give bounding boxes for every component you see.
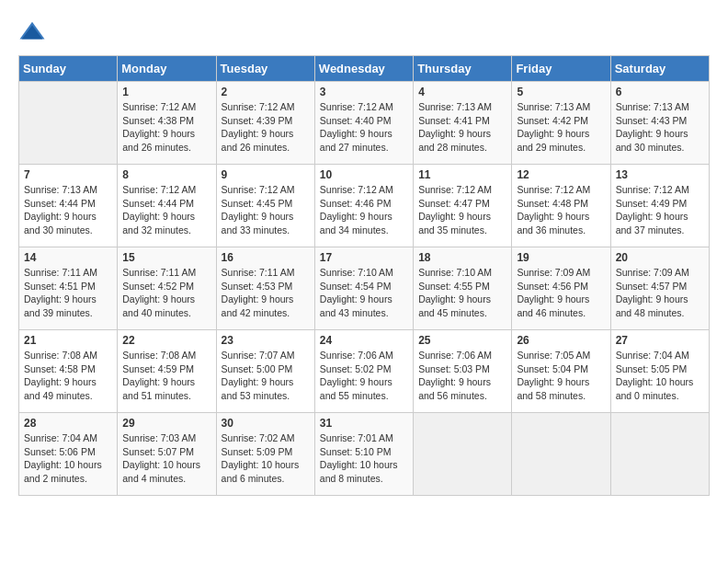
day-number: 26 bbox=[517, 334, 605, 347]
day-cell: 29Sunrise: 7:03 AM Sunset: 5:07 PM Dayli… bbox=[118, 413, 216, 496]
day-info: Sunrise: 7:05 AM Sunset: 5:04 PM Dayligh… bbox=[517, 349, 605, 403]
day-number: 22 bbox=[122, 334, 210, 347]
day-cell: 24Sunrise: 7:06 AM Sunset: 5:02 PM Dayli… bbox=[314, 330, 413, 413]
day-number: 13 bbox=[616, 168, 704, 181]
day-number: 11 bbox=[418, 168, 506, 181]
day-info: Sunrise: 7:12 AM Sunset: 4:45 PM Dayligh… bbox=[222, 183, 310, 237]
day-number: 7 bbox=[24, 168, 112, 181]
day-number: 10 bbox=[320, 168, 408, 181]
col-header-thursday: Thursday bbox=[414, 56, 512, 82]
day-number: 23 bbox=[222, 334, 310, 347]
day-info: Sunrise: 7:10 AM Sunset: 4:55 PM Dayligh… bbox=[418, 266, 506, 320]
day-cell: 30Sunrise: 7:02 AM Sunset: 5:09 PM Dayli… bbox=[216, 413, 314, 496]
day-number: 17 bbox=[320, 251, 408, 264]
day-cell: 26Sunrise: 7:05 AM Sunset: 5:04 PM Dayli… bbox=[512, 330, 610, 413]
day-cell: 15Sunrise: 7:11 AM Sunset: 4:52 PM Dayli… bbox=[118, 247, 216, 330]
day-cell: 1Sunrise: 7:12 AM Sunset: 4:38 PM Daylig… bbox=[118, 82, 216, 165]
day-number: 3 bbox=[320, 86, 408, 98]
day-info: Sunrise: 7:12 AM Sunset: 4:46 PM Dayligh… bbox=[320, 183, 408, 237]
day-number: 27 bbox=[616, 334, 704, 347]
day-info: Sunrise: 7:09 AM Sunset: 4:57 PM Dayligh… bbox=[616, 266, 704, 320]
day-number: 24 bbox=[320, 334, 408, 347]
calendar-table: SundayMondayTuesdayWednesdayThursdayFrid… bbox=[18, 55, 710, 496]
day-cell bbox=[19, 82, 118, 165]
day-number: 29 bbox=[122, 417, 210, 430]
week-row-2: 7Sunrise: 7:13 AM Sunset: 4:44 PM Daylig… bbox=[19, 165, 710, 247]
day-cell: 19Sunrise: 7:09 AM Sunset: 4:56 PM Dayli… bbox=[512, 247, 610, 330]
header-row: SundayMondayTuesdayWednesdayThursdayFrid… bbox=[19, 56, 710, 82]
day-cell: 23Sunrise: 7:07 AM Sunset: 5:00 PM Dayli… bbox=[216, 330, 314, 413]
day-info: Sunrise: 7:12 AM Sunset: 4:40 PM Dayligh… bbox=[320, 100, 408, 155]
day-cell: 7Sunrise: 7:13 AM Sunset: 4:44 PM Daylig… bbox=[19, 165, 118, 247]
logo bbox=[18, 18, 50, 46]
day-cell: 2Sunrise: 7:12 AM Sunset: 4:39 PM Daylig… bbox=[216, 82, 314, 165]
col-header-sunday: Sunday bbox=[19, 56, 118, 82]
page-header bbox=[18, 18, 710, 46]
day-number: 8 bbox=[122, 168, 210, 181]
day-number: 19 bbox=[517, 251, 605, 264]
day-number: 20 bbox=[616, 251, 704, 264]
col-header-friday: Friday bbox=[512, 56, 610, 82]
day-cell: 4Sunrise: 7:13 AM Sunset: 4:41 PM Daylig… bbox=[414, 82, 512, 165]
day-cell: 8Sunrise: 7:12 AM Sunset: 4:44 PM Daylig… bbox=[118, 165, 216, 247]
day-info: Sunrise: 7:11 AM Sunset: 4:51 PM Dayligh… bbox=[24, 266, 112, 320]
day-cell: 20Sunrise: 7:09 AM Sunset: 4:57 PM Dayli… bbox=[610, 247, 709, 330]
week-row-5: 28Sunrise: 7:04 AM Sunset: 5:06 PM Dayli… bbox=[19, 413, 710, 496]
day-info: Sunrise: 7:11 AM Sunset: 4:53 PM Dayligh… bbox=[222, 266, 310, 320]
logo-icon bbox=[18, 18, 46, 46]
day-cell bbox=[414, 413, 512, 496]
day-info: Sunrise: 7:02 AM Sunset: 5:09 PM Dayligh… bbox=[222, 431, 310, 486]
day-cell: 28Sunrise: 7:04 AM Sunset: 5:06 PM Dayli… bbox=[19, 413, 118, 496]
week-row-4: 21Sunrise: 7:08 AM Sunset: 4:58 PM Dayli… bbox=[19, 330, 710, 413]
day-number: 9 bbox=[222, 168, 310, 181]
day-cell bbox=[610, 413, 709, 496]
day-number: 16 bbox=[222, 251, 310, 264]
day-info: Sunrise: 7:06 AM Sunset: 5:02 PM Dayligh… bbox=[320, 349, 408, 403]
day-info: Sunrise: 7:07 AM Sunset: 5:00 PM Dayligh… bbox=[222, 349, 310, 403]
day-info: Sunrise: 7:06 AM Sunset: 5:03 PM Dayligh… bbox=[418, 349, 506, 403]
day-number: 5 bbox=[517, 86, 605, 98]
day-info: Sunrise: 7:13 AM Sunset: 4:43 PM Dayligh… bbox=[616, 100, 704, 155]
col-header-wednesday: Wednesday bbox=[314, 56, 413, 82]
day-info: Sunrise: 7:12 AM Sunset: 4:44 PM Dayligh… bbox=[122, 183, 210, 237]
day-info: Sunrise: 7:11 AM Sunset: 4:52 PM Dayligh… bbox=[122, 266, 210, 320]
day-cell: 13Sunrise: 7:12 AM Sunset: 4:49 PM Dayli… bbox=[610, 165, 709, 247]
day-cell: 11Sunrise: 7:12 AM Sunset: 4:47 PM Dayli… bbox=[414, 165, 512, 247]
day-info: Sunrise: 7:08 AM Sunset: 4:58 PM Dayligh… bbox=[24, 349, 112, 403]
day-cell: 31Sunrise: 7:01 AM Sunset: 5:10 PM Dayli… bbox=[314, 413, 413, 496]
day-info: Sunrise: 7:04 AM Sunset: 5:05 PM Dayligh… bbox=[616, 349, 704, 403]
day-number: 1 bbox=[122, 86, 210, 98]
day-cell: 6Sunrise: 7:13 AM Sunset: 4:43 PM Daylig… bbox=[610, 82, 709, 165]
day-number: 31 bbox=[320, 417, 408, 430]
day-cell: 22Sunrise: 7:08 AM Sunset: 4:59 PM Dayli… bbox=[118, 330, 216, 413]
day-info: Sunrise: 7:03 AM Sunset: 5:07 PM Dayligh… bbox=[122, 431, 210, 486]
day-cell: 9Sunrise: 7:12 AM Sunset: 4:45 PM Daylig… bbox=[216, 165, 314, 247]
day-number: 6 bbox=[616, 86, 704, 98]
col-header-saturday: Saturday bbox=[610, 56, 709, 82]
day-number: 15 bbox=[122, 251, 210, 264]
day-info: Sunrise: 7:04 AM Sunset: 5:06 PM Dayligh… bbox=[24, 431, 112, 486]
day-cell: 25Sunrise: 7:06 AM Sunset: 5:03 PM Dayli… bbox=[414, 330, 512, 413]
day-number: 2 bbox=[222, 86, 310, 98]
day-cell: 16Sunrise: 7:11 AM Sunset: 4:53 PM Dayli… bbox=[216, 247, 314, 330]
week-row-1: 1Sunrise: 7:12 AM Sunset: 4:38 PM Daylig… bbox=[19, 82, 710, 165]
day-number: 14 bbox=[24, 251, 112, 264]
day-cell bbox=[512, 413, 610, 496]
day-cell: 18Sunrise: 7:10 AM Sunset: 4:55 PM Dayli… bbox=[414, 247, 512, 330]
day-number: 21 bbox=[24, 334, 112, 347]
day-info: Sunrise: 7:13 AM Sunset: 4:44 PM Dayligh… bbox=[24, 183, 112, 237]
day-cell: 21Sunrise: 7:08 AM Sunset: 4:58 PM Dayli… bbox=[19, 330, 118, 413]
week-row-3: 14Sunrise: 7:11 AM Sunset: 4:51 PM Dayli… bbox=[19, 247, 710, 330]
day-number: 12 bbox=[517, 168, 605, 181]
day-info: Sunrise: 7:12 AM Sunset: 4:48 PM Dayligh… bbox=[517, 183, 605, 237]
day-info: Sunrise: 7:09 AM Sunset: 4:56 PM Dayligh… bbox=[517, 266, 605, 320]
day-number: 18 bbox=[418, 251, 506, 264]
day-info: Sunrise: 7:10 AM Sunset: 4:54 PM Dayligh… bbox=[320, 266, 408, 320]
day-info: Sunrise: 7:12 AM Sunset: 4:49 PM Dayligh… bbox=[616, 183, 704, 237]
day-number: 28 bbox=[24, 417, 112, 430]
day-info: Sunrise: 7:08 AM Sunset: 4:59 PM Dayligh… bbox=[122, 349, 210, 403]
day-info: Sunrise: 7:13 AM Sunset: 4:42 PM Dayligh… bbox=[517, 100, 605, 155]
day-info: Sunrise: 7:12 AM Sunset: 4:39 PM Dayligh… bbox=[222, 100, 310, 155]
day-number: 25 bbox=[418, 334, 506, 347]
day-info: Sunrise: 7:13 AM Sunset: 4:41 PM Dayligh… bbox=[418, 100, 506, 155]
